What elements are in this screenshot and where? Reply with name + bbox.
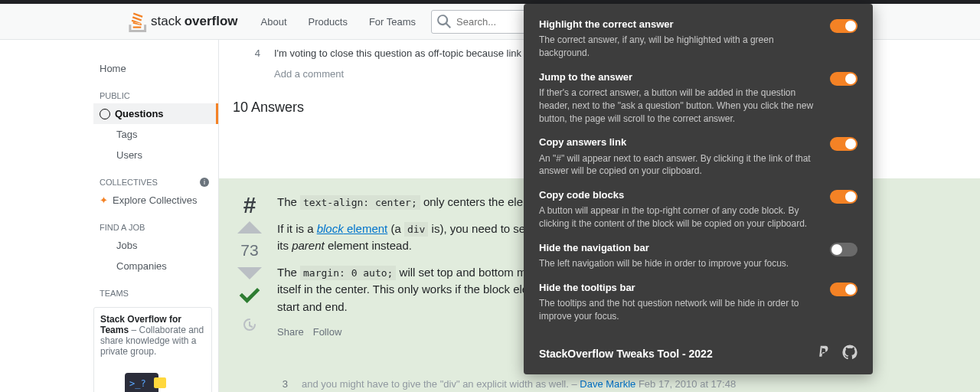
explore-collectives-label: Explore Collectives bbox=[113, 194, 198, 206]
comment-score: 4 bbox=[250, 47, 260, 59]
nav-about[interactable]: About bbox=[252, 11, 296, 32]
sub-comment-text: and you might have to give the "div" an … bbox=[302, 377, 736, 392]
t: its bbox=[277, 239, 292, 252]
paypal-icon[interactable] bbox=[816, 345, 831, 364]
option-title: Hide the tooltips bar bbox=[539, 281, 822, 295]
sidebar-findjob-label: FIND A JOB bbox=[93, 211, 218, 235]
logo-text-thin: stack bbox=[151, 14, 181, 29]
extension-option-3: Copy code blocksA button will appear in … bbox=[539, 188, 858, 230]
t: If it is a bbox=[277, 222, 317, 235]
teams-illustration: >_? Free bbox=[100, 364, 205, 392]
t: and you might have to give the "div" an … bbox=[302, 378, 580, 390]
code-inline: div bbox=[404, 222, 428, 237]
collectives-label-text: COLLECTIVES bbox=[100, 178, 158, 187]
t: element bbox=[344, 222, 388, 235]
sidebar-users[interactable]: Users bbox=[93, 145, 218, 165]
option-title: Copy answers link bbox=[539, 136, 822, 149]
nav-for-teams[interactable]: For Teams bbox=[360, 11, 425, 32]
option-title: Highlight the correct answer bbox=[539, 18, 822, 31]
option-desc: The left navigation will be hide in orde… bbox=[539, 257, 822, 270]
extension-option-5: Hide the tooltips barThe tooltips and th… bbox=[539, 281, 858, 323]
header-nav: About Products For Teams bbox=[252, 11, 425, 32]
sidebar-jobs[interactable]: Jobs bbox=[93, 235, 218, 256]
vote-count: 73 bbox=[240, 238, 258, 263]
block-element-link[interactable]: block element bbox=[317, 222, 388, 235]
option-toggle[interactable] bbox=[830, 72, 858, 86]
info-icon[interactable]: i bbox=[200, 178, 209, 187]
answer-anchor-icon[interactable]: # bbox=[243, 194, 256, 217]
option-desc: The correct answer, if any, will be high… bbox=[539, 34, 822, 60]
t: element instead. bbox=[328, 239, 412, 252]
sidebar-home[interactable]: Home bbox=[93, 58, 218, 79]
extension-option-4: Hide the navigation barThe left navigati… bbox=[539, 241, 858, 270]
sidebar-collectives-label: COLLECTIVES i bbox=[93, 165, 218, 190]
sidebar-teams-label: TEAMS bbox=[93, 276, 218, 301]
extension-option-2: Copy answers linkAn "#" will appear next… bbox=[539, 136, 858, 178]
logo-text-bold: overflow bbox=[185, 14, 238, 29]
search-icon bbox=[437, 15, 451, 31]
sidebar-public-label: PUBLIC bbox=[93, 79, 218, 103]
t: The bbox=[277, 195, 300, 208]
sub-comment-user[interactable]: Dave Markle bbox=[580, 378, 635, 390]
sub-comment-ts: Feb 17, 2010 at 17:48 bbox=[639, 378, 736, 390]
teams-promo-box: Stack Overflow for Teams – Collaborate a… bbox=[93, 307, 212, 392]
extension-popup: Highlight the correct answerThe correct … bbox=[524, 4, 873, 374]
sidebar-tags[interactable]: Tags bbox=[93, 124, 218, 145]
t: start and end. bbox=[277, 300, 348, 313]
extension-option-1: Jump to the answerIf ther's a correct an… bbox=[539, 70, 858, 126]
extension-option-0: Highlight the correct answerThe correct … bbox=[539, 18, 858, 60]
stackoverflow-icon bbox=[129, 11, 148, 32]
share-link[interactable]: Share bbox=[277, 325, 304, 340]
t: The bbox=[277, 266, 300, 279]
option-title: Hide the navigation bar bbox=[539, 241, 822, 255]
svg-text:>_?: >_? bbox=[129, 378, 146, 389]
sidebar-questions-label: Questions bbox=[115, 108, 164, 119]
option-toggle[interactable] bbox=[830, 283, 858, 296]
left-sidebar: Home PUBLIC Questions Tags Users COLLECT… bbox=[93, 40, 219, 392]
option-desc: A button will appear in the top-right co… bbox=[539, 204, 822, 230]
option-toggle[interactable] bbox=[830, 137, 858, 151]
sub-comment-score: 3 bbox=[277, 377, 288, 392]
option-toggle[interactable] bbox=[830, 243, 858, 256]
option-toggle[interactable] bbox=[830, 19, 858, 33]
option-title: Jump to the answer bbox=[539, 70, 822, 84]
github-icon[interactable] bbox=[842, 345, 858, 364]
history-icon[interactable] bbox=[243, 318, 256, 337]
sidebar-explore-collectives[interactable]: ✦ Explore Collectives bbox=[93, 190, 218, 211]
globe-icon bbox=[100, 109, 110, 119]
t: is), you need to set bbox=[432, 222, 532, 235]
t: parent bbox=[292, 239, 325, 252]
option-desc: The tooltips and the hot question networ… bbox=[539, 297, 822, 323]
option-desc: An "#" will appear next to each answer. … bbox=[539, 152, 822, 178]
sidebar-companies[interactable]: Companies bbox=[93, 256, 218, 276]
follow-link[interactable]: Follow bbox=[313, 325, 342, 340]
code-inline: text-align: center; bbox=[300, 195, 420, 210]
extension-footer: StackOverflow Tweaks Tool - 2022 bbox=[539, 334, 858, 364]
extension-name: StackOverflow Tweaks Tool - 2022 bbox=[539, 347, 713, 362]
sidebar-questions[interactable]: Questions bbox=[93, 103, 218, 124]
nav-products[interactable]: Products bbox=[299, 11, 357, 32]
option-title: Copy code blocks bbox=[539, 188, 822, 202]
vote-column: # 73 bbox=[234, 194, 265, 391]
code-inline: margin: 0 auto; bbox=[300, 266, 396, 280]
svg-rect-2 bbox=[154, 377, 166, 388]
t: (a bbox=[390, 222, 404, 235]
accepted-check-icon bbox=[238, 284, 261, 314]
t: block bbox=[317, 222, 344, 235]
downvote-icon[interactable] bbox=[237, 267, 262, 279]
star-icon: ✦ bbox=[100, 194, 108, 206]
site-logo[interactable]: stackoverflow bbox=[129, 11, 238, 32]
option-desc: If ther's a correct answer, a button wil… bbox=[539, 87, 822, 125]
option-toggle[interactable] bbox=[830, 190, 858, 204]
upvote-icon[interactable] bbox=[237, 221, 262, 234]
